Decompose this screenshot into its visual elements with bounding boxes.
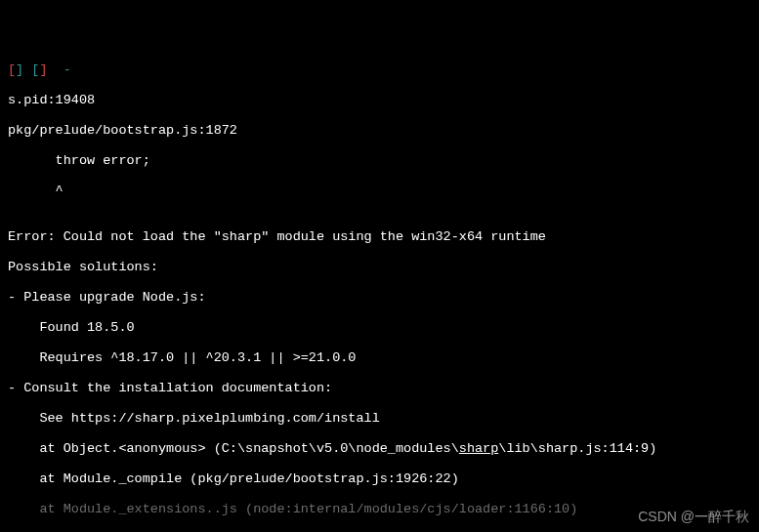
solution-1: - Please upgrade Node.js: xyxy=(8,290,751,306)
stack-line: at Module._compile (pkg/prelude/bootstra… xyxy=(8,471,751,487)
solution-1a: Found 18.5.0 xyxy=(8,320,751,336)
module-sharp: sharp xyxy=(459,441,499,456)
throw-line: throw error; xyxy=(8,153,751,169)
solution-1b: Requires ^18.17.0 || ^20.3.1 || >=21.0.0 xyxy=(8,350,751,366)
solution-2: - Consult the installation documentation… xyxy=(8,381,751,396)
solution-2a: See https://sharp.pixelplumbing.com/inst… xyxy=(8,411,751,427)
caret-line: ^ xyxy=(8,184,751,199)
solutions-header: Possible solutions: xyxy=(8,260,751,275)
error-line: Error: Could not load the "sharp" module… xyxy=(8,229,751,245)
file-line: pkg/prelude/bootstrap.js:1872 xyxy=(8,123,751,139)
stack-line: at Object.<anonymous> (C:\snapshot\v5.0\… xyxy=(8,441,751,457)
pid-line: s.pid:19408 xyxy=(8,93,751,108)
csdn-watermark: CSDN @一醉千秋 xyxy=(638,509,749,524)
log-header: [] [] - xyxy=(8,62,751,78)
